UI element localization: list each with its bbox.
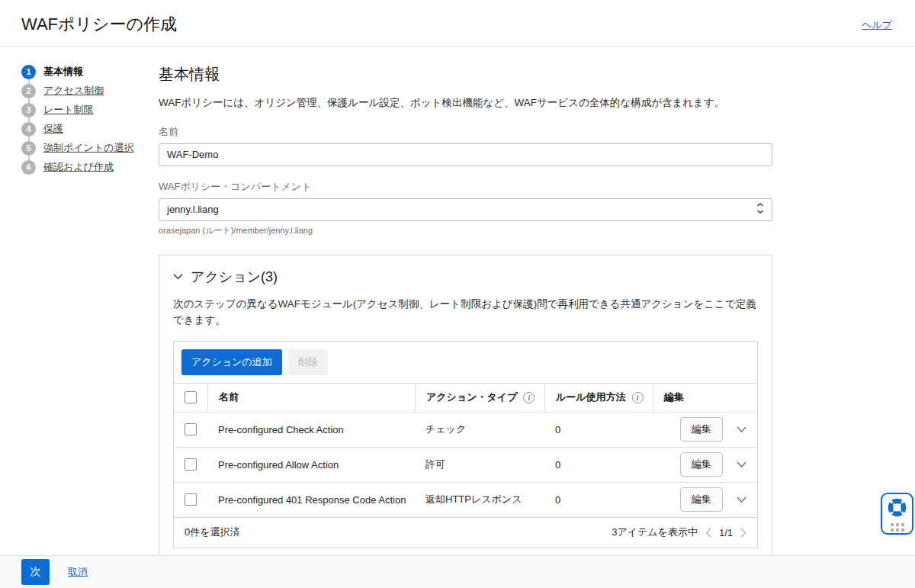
items-showing: 3アイテムを表示中 (612, 525, 698, 539)
name-label: 名前 (159, 125, 772, 139)
next-button[interactable]: 次 (21, 559, 50, 585)
table-row: Pre-configured 401 Response Code Action … (174, 482, 757, 517)
compartment-selected-value: jenny.l.liang (167, 204, 219, 215)
step-review-create[interactable]: 6 確認および作成 (21, 159, 159, 175)
row-action-type: 許可 (415, 458, 544, 471)
add-action-button[interactable]: アクションの追加 (181, 349, 282, 375)
step-access-control[interactable]: 2 アクセス制御 (21, 83, 159, 98)
selected-count: 0件を選択済 (185, 525, 240, 539)
step-label: 確認および作成 (43, 160, 114, 174)
row-action-type: 返却HTTPレスポンス (415, 493, 544, 506)
actions-section-description: 次のステップの異なるWAFモジュール(アクセス制御、レート制限および保護)間で再… (173, 297, 758, 329)
select-updown-icon (756, 202, 764, 217)
header-action-type: アクション・タイプ i (415, 384, 544, 412)
row-rule-usage: 0 (544, 424, 653, 435)
row-checkbox[interactable] (185, 423, 197, 435)
wizard-action-bar: 次 取消 (0, 555, 915, 588)
help-widget[interactable] (881, 493, 913, 535)
row-expand-chevron-icon[interactable] (737, 426, 746, 432)
actions-section-toggle[interactable]: アクション(3) (173, 268, 758, 286)
step-protection[interactable]: 4 保護 (21, 121, 159, 137)
row-checkbox[interactable] (185, 458, 197, 471)
row-name: Pre-configured Allow Action (207, 459, 415, 471)
select-all-checkbox[interactable] (185, 391, 197, 403)
row-action-type: チェック (415, 423, 544, 436)
table-row: Pre-configured Check Action チェック 0 編集 (174, 412, 757, 447)
row-checkbox[interactable] (185, 493, 197, 506)
actions-toolbar: アクションの追加 削除 (174, 342, 757, 383)
header-select-all-cell (174, 384, 207, 412)
step-label: レート制限 (43, 103, 94, 117)
main-content: 基本情報 WAFポリシーには、オリジン管理、保護ルール設定、ボット検出機能など、… (159, 64, 772, 588)
page-title: WAFポリシーの作成 (21, 13, 894, 36)
row-expand-chevron-icon[interactable] (737, 461, 746, 468)
section-title: 基本情報 (159, 64, 772, 85)
step-number-badge: 6 (21, 160, 36, 175)
step-enforcement-point[interactable]: 5 強制ポイントの選択 (21, 140, 159, 156)
table-row: Pre-configured Allow Action 許可 0 編集 (174, 447, 757, 482)
step-label: 保護 (43, 122, 63, 136)
step-number-badge: 5 (21, 141, 36, 156)
help-link[interactable]: ヘルプ (862, 18, 892, 32)
info-icon[interactable]: i (632, 392, 644, 403)
wizard-steps: 1 基本情報 2 アクセス制御 3 レート制限 4 保護 5 強制ポイントの選択… (0, 64, 159, 588)
life-ring-icon (887, 497, 907, 520)
row-expand-chevron-icon[interactable] (737, 496, 746, 503)
row-name: Pre-configured Check Action (207, 424, 415, 435)
edit-button[interactable]: 編集 (680, 417, 723, 442)
section-description: WAFポリシーには、オリジン管理、保護ルール設定、ボット検出機能など、WAFサー… (159, 95, 772, 111)
header-name: 名前 (207, 384, 415, 412)
info-icon[interactable]: i (523, 392, 535, 403)
row-name: Pre-configured 401 Response Code Action (207, 494, 415, 506)
compartment-label: WAFポリシー・コンパートメント (159, 180, 772, 194)
page-header: WAFポリシーの作成 ヘルプ (0, 0, 915, 47)
row-rule-usage: 0 (544, 494, 653, 506)
wizard-layout: 1 基本情報 2 アクセス制御 3 レート制限 4 保護 5 強制ポイントの選択… (0, 47, 915, 588)
page-indicator: 1/1 (719, 527, 733, 538)
step-label: アクセス制御 (43, 84, 104, 98)
table-header-row: 名前 アクション・タイプ i ルール使用方法 i 編集 (174, 383, 757, 412)
step-number-badge: 3 (21, 103, 36, 117)
pagination: 3アイテムを表示中 1/1 (612, 525, 746, 539)
header-rule-usage: ルール使用方法 i (544, 384, 653, 412)
actions-table: アクションの追加 削除 名前 アクション・タイプ i ルール使 (173, 341, 758, 548)
edit-button[interactable]: 編集 (680, 487, 723, 512)
edit-button[interactable]: 編集 (680, 452, 723, 477)
row-rule-usage: 0 (544, 459, 653, 471)
delete-action-button: 削除 (288, 349, 328, 375)
step-label: 基本情報 (43, 65, 83, 79)
step-number-badge: 1 (21, 65, 36, 79)
compartment-select[interactable]: jenny.l.liang (159, 198, 772, 221)
chevron-down-icon (173, 271, 183, 282)
drag-handle-dots-icon[interactable] (891, 523, 904, 532)
actions-section-title: アクション(3) (191, 268, 278, 286)
actions-card: アクション(3) 次のステップの異なるWAFモジュール(アクセス制御、レート制限… (159, 255, 772, 564)
step-label: 強制ポイントの選択 (43, 141, 134, 155)
waf-policy-create-page: WAFポリシーの作成 ヘルプ 1 基本情報 2 アクセス制御 3 レート制限 4… (0, 0, 915, 588)
step-number-badge: 4 (21, 122, 36, 137)
table-footer: 0件を選択済 3アイテムを表示中 1/1 (174, 517, 757, 548)
name-input[interactable] (159, 143, 772, 166)
next-page-icon[interactable] (740, 528, 746, 538)
compartment-path-helper: orasejapan (ルート)/member/jenny.l.liang (159, 225, 772, 236)
step-number-badge: 2 (21, 84, 36, 98)
prev-page-icon[interactable] (705, 528, 711, 538)
cancel-link[interactable]: 取消 (68, 565, 88, 579)
step-rate-limiting[interactable]: 3 レート制限 (21, 102, 159, 117)
header-edit: 編集 (653, 384, 757, 412)
step-basic-info[interactable]: 1 基本情報 (21, 64, 159, 79)
